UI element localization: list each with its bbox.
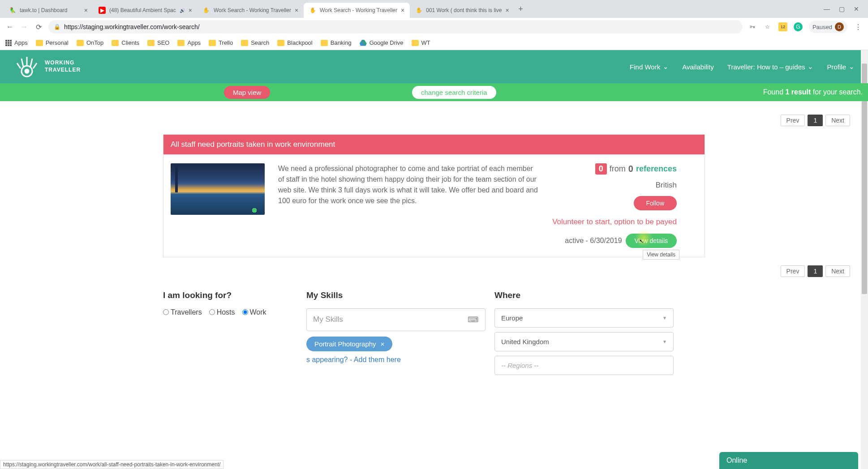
grammarly-icon[interactable]: G — [794, 22, 803, 31]
bookmark-folder[interactable]: Personal — [36, 39, 69, 46]
results-count: Found 1 result for your search. — [763, 88, 863, 96]
folder-icon — [147, 40, 155, 46]
bookmark-folder[interactable]: Search — [241, 39, 269, 46]
folder-icon — [209, 40, 216, 46]
avatar: D — [835, 22, 844, 31]
logo-icon — [13, 53, 40, 80]
page-number[interactable]: 1 — [808, 115, 823, 126]
where-section: Where Europe▼ United Kingdom▼ -- Regions… — [494, 290, 674, 379]
address-bar[interactable]: 🔒 https://staging.workingtraveller.com/w… — [48, 20, 743, 34]
window-controls: — ▢ ✕ — [824, 5, 864, 13]
browser-tab[interactable]: ✋ 001 Work ( dont think this is live × — [410, 3, 514, 18]
volunteer-text: Volunteer to start, option to be payed — [551, 217, 677, 227]
job-meta: 0 from 0 references British Follow Volun… — [551, 163, 677, 248]
maximize-button[interactable]: ▢ — [839, 5, 845, 13]
browser-tab[interactable]: ▶ (48) Beautiful Ambient Spac 🔊 × — [93, 3, 198, 18]
back-button[interactable]: ← — [5, 23, 14, 31]
bookmark-folder[interactable]: SEO — [147, 39, 169, 46]
menu-icon[interactable]: ⋮ — [854, 23, 863, 31]
bookmark-folder[interactable]: Clients — [112, 39, 139, 46]
bookmark-folder[interactable]: WT — [412, 39, 430, 46]
caret-down-icon: ▼ — [662, 339, 667, 344]
active-date: active - 6/30/2019 — [565, 237, 622, 245]
browser-tab[interactable]: 🦜 tawk.to | Dashboard × — [4, 3, 93, 18]
folder-icon — [277, 40, 284, 46]
ref-badge: 0 — [595, 163, 607, 175]
pagination-bottom: Prev 1 Next — [5, 265, 863, 277]
folder-icon — [36, 40, 43, 46]
folder-icon — [77, 40, 84, 46]
action-bar: Map view change search criteria Found 1 … — [0, 83, 868, 101]
forward-button[interactable]: → — [20, 23, 29, 31]
job-image[interactable] — [171, 163, 265, 215]
search-form: I am looking for? Travellers Hosts Work … — [163, 290, 705, 379]
caret-down-icon: ▼ — [662, 316, 667, 320]
skills-input[interactable]: My Skills ⌨ — [306, 308, 486, 331]
nav-find-work[interactable]: Find Work⌄ — [630, 63, 669, 71]
scrollbar-track[interactable] — [861, 50, 868, 469]
change-search-button[interactable]: change search criteria — [412, 86, 496, 99]
bookmarks-bar: Apps Personal OnTop Clients SEO Apps Tre… — [0, 36, 868, 50]
bookmark-folder[interactable]: OnTop — [77, 39, 103, 46]
chat-widget[interactable]: Online — [719, 452, 858, 469]
job-card: All staff need portraits taken in work e… — [163, 134, 705, 257]
browser-tab[interactable]: ✋ Work Search - Working Traveller × — [198, 3, 304, 18]
job-title[interactable]: All staff need portraits taken in work e… — [163, 135, 705, 154]
favicon-icon: ✋ — [309, 7, 316, 14]
map-view-button[interactable]: Map view — [224, 86, 270, 99]
favicon-icon: 🦜 — [9, 7, 16, 14]
bookmark-gdrive[interactable]: Google Drive — [360, 39, 404, 46]
prev-button[interactable]: Prev — [781, 115, 805, 126]
close-window-button[interactable]: ✕ — [854, 5, 859, 13]
url-bar: ← → ⟳ 🔒 https://staging.workingtraveller… — [0, 18, 868, 36]
radio-hosts[interactable]: Hosts — [209, 308, 235, 316]
next-button[interactable]: Next — [825, 265, 850, 277]
radio-work[interactable]: Work — [242, 308, 266, 316]
tooltip: View details — [643, 250, 679, 260]
country-select[interactable]: United Kingdom▼ — [494, 332, 674, 351]
close-icon[interactable]: × — [401, 7, 404, 14]
radio-travellers[interactable]: Travellers — [163, 308, 202, 316]
browser-tab-active[interactable]: ✋ Work Search - Working Traveller × — [304, 3, 410, 18]
close-icon[interactable]: × — [84, 7, 88, 14]
extension-icon[interactable]: 12 — [778, 22, 787, 31]
close-icon[interactable]: × — [295, 7, 298, 14]
bookmark-folder[interactable]: Trello — [209, 39, 233, 46]
close-icon[interactable]: × — [505, 7, 509, 14]
continent-select[interactable]: Europe▼ — [494, 308, 674, 328]
gdrive-icon — [360, 40, 367, 46]
logo[interactable]: WORKING TRAVELLER — [13, 53, 81, 80]
where-heading: Where — [494, 290, 674, 300]
next-button[interactable]: Next — [825, 115, 850, 126]
prev-button[interactable]: Prev — [781, 265, 805, 277]
references-link[interactable]: references — [636, 164, 677, 174]
nav-availability[interactable]: Availability — [682, 63, 714, 71]
star-icon[interactable]: ☆ — [763, 22, 772, 31]
follow-button[interactable]: Follow — [634, 196, 677, 210]
regions-select[interactable]: -- Regions -- — [494, 356, 674, 375]
reload-button[interactable]: ⟳ — [34, 23, 43, 31]
site-header: WORKING TRAVELLER Find Work⌄ Availabilit… — [0, 50, 868, 83]
folder-icon — [112, 40, 119, 46]
paused-chip[interactable]: Paused D — [809, 21, 847, 33]
apps-button[interactable]: Apps — [5, 39, 28, 46]
minimize-button[interactable]: — — [824, 5, 830, 13]
bookmark-folder[interactable]: Banking — [321, 39, 352, 46]
audio-icon[interactable]: 🔊 — [180, 8, 185, 13]
references-line: 0 from 0 references — [551, 163, 677, 175]
close-icon[interactable]: × — [189, 7, 192, 14]
nav-traveller-guides[interactable]: Traveller: How to – guides⌄ — [727, 63, 814, 71]
folder-icon — [412, 40, 419, 46]
chat-status: Online — [726, 456, 747, 465]
tab-title: Work Search - Working Traveller — [320, 7, 397, 13]
bookmark-folder[interactable]: Blackpool — [277, 39, 312, 46]
view-details-button[interactable]: View details ↖ View details — [626, 234, 677, 248]
add-skills-link[interactable]: s appearing? - Add them here — [306, 356, 486, 364]
key-icon[interactable]: 🗝 — [748, 22, 757, 31]
page-number[interactable]: 1 — [808, 265, 823, 277]
remove-skill-icon[interactable]: × — [381, 340, 385, 348]
bookmark-folder[interactable]: Apps — [177, 39, 201, 46]
paused-label: Paused — [812, 24, 832, 30]
new-tab-button[interactable]: + — [515, 3, 527, 15]
nav-profile[interactable]: Profile⌄ — [827, 63, 855, 71]
